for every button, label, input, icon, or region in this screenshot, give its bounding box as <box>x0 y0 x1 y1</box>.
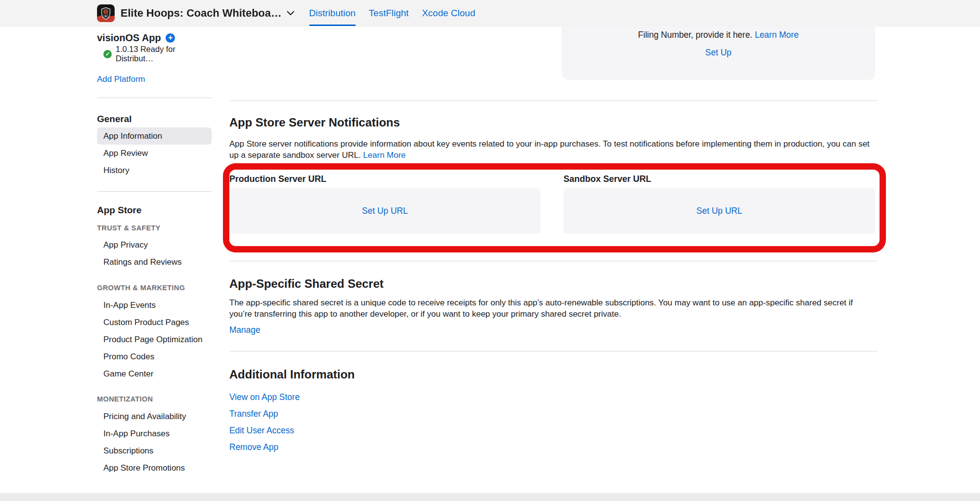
app-switcher-button[interactable] <box>287 11 294 16</box>
sidebar-item[interactable]: Product Page Optimization <box>97 331 212 348</box>
app-icon <box>97 4 115 22</box>
additional-info-link[interactable]: Transfer App <box>229 405 278 422</box>
sandbox-set-up-url-link[interactable]: Set Up URL <box>696 206 742 216</box>
sidebar-item[interactable]: Ratings and Reviews <box>97 253 212 271</box>
sidebar-divider <box>97 98 212 98</box>
sidebar-item[interactable]: In-App Purchases <box>97 425 212 442</box>
sidebar: visionOS App + ✓ 1.0.13 Ready for Distri… <box>97 0 212 501</box>
sidebar-item[interactable]: App Information <box>97 127 212 145</box>
general-nav-list: App InformationApp ReviewHistory <box>97 127 212 179</box>
top-header: Elite Hoops: Coach Whiteboa… Distributio… <box>0 0 980 26</box>
trust-safety-nav-list: App PrivacyRatings and Reviews <box>97 236 212 271</box>
divider <box>229 351 877 351</box>
sidebar-item[interactable]: App Store Promotions <box>97 459 212 476</box>
sidebar-item[interactable]: App Review <box>97 145 212 162</box>
server-notifications-description: App Store server notifications provide i… <box>229 138 877 161</box>
additional-information-links: View on App StoreTransfer AppEdit User A… <box>229 389 300 455</box>
server-notifications-description-text: App Store server notifications provide i… <box>229 139 870 160</box>
production-set-up-url-link[interactable]: Set Up URL <box>362 206 408 216</box>
platform-row: visionOS App + <box>97 29 175 46</box>
additional-info-link[interactable]: Remove App <box>229 439 278 455</box>
production-server-url-label: Production Server URL <box>229 174 326 184</box>
sidebar-item[interactable]: Custom Product Pages <box>97 314 212 331</box>
additional-info-link[interactable]: Edit User Access <box>229 422 294 439</box>
additional-info-link[interactable]: View on App Store <box>229 389 300 405</box>
shared-secret-description: The app-specific shared secret is a uniq… <box>229 297 877 320</box>
sidebar-divider <box>97 191 212 192</box>
add-version-plus-icon[interactable]: + <box>166 33 175 43</box>
group-label-trust-safety: TRUST & SAFETY <box>97 224 161 233</box>
add-platform-link[interactable]: Add Platform <box>97 74 145 85</box>
sidebar-item[interactable]: Promo Codes <box>97 348 212 365</box>
version-status-text: 1.0.13 Ready for Distribut… <box>116 45 212 63</box>
section-title-general: General <box>97 114 132 125</box>
additional-information-title: Additional Information <box>229 368 355 381</box>
sidebar-item[interactable]: History <box>97 162 212 179</box>
version-status-row[interactable]: ✓ 1.0.13 Ready for Distribut… <box>97 49 212 59</box>
server-notifications-learn-more-link[interactable]: Learn More <box>363 150 406 160</box>
shared-secret-title: App-Specific Shared Secret <box>229 277 384 291</box>
sidebar-item[interactable]: Pricing and Availability <box>97 408 212 425</box>
sandbox-server-url-label: Sandbox Server URL <box>564 174 651 184</box>
manage-link[interactable]: Manage <box>229 325 260 335</box>
divider <box>229 100 877 101</box>
header-tab[interactable]: TestFlight <box>369 0 409 26</box>
chevron-down-icon <box>287 11 294 16</box>
header-tabs: DistributionTestFlightXcode Cloud <box>309 0 475 26</box>
header-tab[interactable]: Xcode Cloud <box>422 0 475 26</box>
divider <box>229 261 877 261</box>
sidebar-item[interactable]: Game Center <box>97 365 212 382</box>
header-tab[interactable]: Distribution <box>309 0 356 26</box>
platform-title: visionOS App <box>97 32 161 44</box>
production-server-url-panel: Set Up URL <box>229 188 540 234</box>
sidebar-item[interactable]: Subscriptions <box>97 442 212 459</box>
app-store-connect-page: Filing Number, provide it here. Learn Mo… <box>0 0 980 501</box>
filing-learn-more-link[interactable]: Learn More <box>755 30 799 40</box>
monetization-nav-list: Pricing and AvailabilityIn-App Purchases… <box>97 408 212 476</box>
ready-check-icon: ✓ <box>103 50 112 58</box>
filing-set-up-link[interactable]: Set Up <box>705 47 732 58</box>
sidebar-item[interactable]: In-App Events <box>97 297 212 314</box>
app-title[interactable]: Elite Hoops: Coach Whiteboa… <box>121 7 282 20</box>
server-notifications-title: App Store Server Notifications <box>229 116 400 129</box>
sidebar-item[interactable]: App Privacy <box>97 236 212 253</box>
filing-number-text: Filing Number, provide it here. <box>638 30 752 40</box>
group-label-monetization: MONETIZATION <box>97 395 153 404</box>
group-label-growth-marketing: GROWTH & MARKETING <box>97 284 185 293</box>
section-title-app-store: App Store <box>97 205 142 216</box>
growth-marketing-nav-list: In-App EventsCustom Product PagesProduct… <box>97 297 212 382</box>
sandbox-server-url-panel: Set Up URL <box>564 188 875 234</box>
